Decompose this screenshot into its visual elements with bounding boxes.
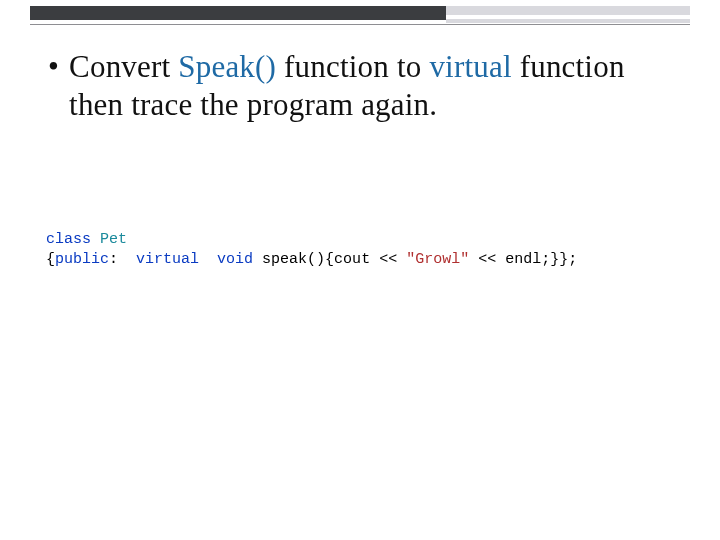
kw-void: void xyxy=(217,251,253,268)
bullet-virtual: virtual xyxy=(429,49,511,84)
bullet-text: Convert Speak() function to virtual func… xyxy=(69,48,674,124)
bullet-text-p1: Convert xyxy=(69,49,178,84)
code-sp2 xyxy=(199,251,217,268)
top-underline xyxy=(30,24,690,25)
top-gray-bar-1 xyxy=(446,6,690,15)
bullet-text-p2: function to xyxy=(276,49,429,84)
bullet-speak: Speak() xyxy=(178,49,276,84)
code-rest: << endl;}}; xyxy=(469,251,577,268)
code-fn: speak(){cout << xyxy=(262,251,406,268)
content-area: • Convert Speak() function to virtual fu… xyxy=(46,48,674,124)
code-str: "Growl" xyxy=(406,251,469,268)
top-gray-bar-2 xyxy=(446,19,690,23)
kw-public: public xyxy=(55,251,109,268)
top-dark-bar xyxy=(30,6,446,20)
kw-virtual: virtual xyxy=(136,251,199,268)
slide: • Convert Speak() function to virtual fu… xyxy=(0,0,720,540)
code-block: class Pet {public: virtual void speak(){… xyxy=(46,230,690,271)
code-colon: : xyxy=(109,251,136,268)
bullet-item: • Convert Speak() function to virtual fu… xyxy=(46,48,674,124)
kw-class: class xyxy=(46,231,91,248)
type-pet: Pet xyxy=(100,231,127,248)
code-sp3 xyxy=(253,251,262,268)
code-sp xyxy=(91,231,100,248)
code-brace-open: { xyxy=(46,251,55,268)
top-decoration xyxy=(0,0,720,36)
bullet-dot: • xyxy=(48,48,59,86)
